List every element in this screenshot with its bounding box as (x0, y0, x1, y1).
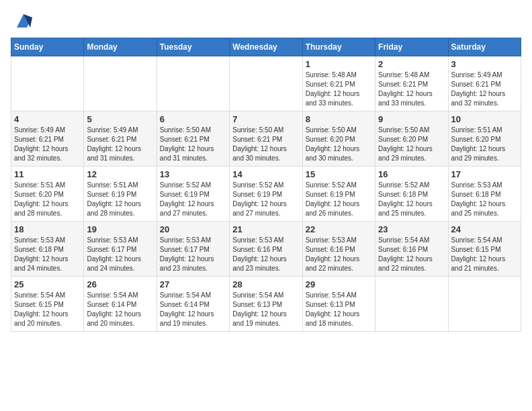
day-info: Sunrise: 5:52 AMSunset: 6:19 PMDaylight:… (232, 181, 299, 218)
day-info: Sunrise: 5:54 AMSunset: 6:13 PMDaylight:… (232, 291, 299, 328)
day-cell: 7Sunrise: 5:50 AMSunset: 6:21 PMDaylight… (230, 111, 302, 167)
header-cell-monday: Monday (84, 38, 157, 56)
week-row-1: 4Sunrise: 5:49 AMSunset: 6:21 PMDaylight… (11, 111, 521, 167)
day-info: Sunrise: 5:50 AMSunset: 6:21 PMDaylight:… (232, 126, 299, 163)
day-number: 24 (451, 224, 518, 234)
day-number: 10 (451, 114, 518, 124)
day-number: 3 (451, 59, 518, 69)
day-number: 15 (306, 169, 372, 179)
day-cell: 27Sunrise: 5:54 AMSunset: 6:14 PMDayligh… (157, 277, 229, 332)
day-number: 6 (160, 114, 226, 124)
day-cell: 10Sunrise: 5:51 AMSunset: 6:20 PMDayligh… (448, 111, 521, 167)
day-number: 4 (14, 114, 81, 124)
day-info: Sunrise: 5:50 AMSunset: 6:20 PMDaylight:… (378, 126, 445, 163)
day-number: 7 (232, 114, 299, 124)
day-info: Sunrise: 5:50 AMSunset: 6:21 PMDaylight:… (160, 126, 226, 163)
day-number: 17 (451, 169, 518, 179)
day-info: Sunrise: 5:52 AMSunset: 6:19 PMDaylight:… (306, 181, 372, 218)
day-info: Sunrise: 5:52 AMSunset: 6:18 PMDaylight:… (378, 181, 445, 218)
week-row-3: 18Sunrise: 5:53 AMSunset: 6:18 PMDayligh… (11, 222, 521, 277)
day-info: Sunrise: 5:53 AMSunset: 6:18 PMDaylight:… (14, 236, 81, 273)
header-cell-thursday: Thursday (302, 38, 375, 56)
day-info: Sunrise: 5:48 AMSunset: 6:21 PMDaylight:… (378, 71, 445, 108)
day-cell: 2Sunrise: 5:48 AMSunset: 6:21 PMDaylight… (375, 56, 448, 111)
day-number: 19 (87, 224, 153, 234)
day-cell: 19Sunrise: 5:53 AMSunset: 6:17 PMDayligh… (84, 222, 157, 277)
day-info: Sunrise: 5:51 AMSunset: 6:19 PMDaylight:… (87, 181, 153, 218)
day-cell: 3Sunrise: 5:49 AMSunset: 6:21 PMDaylight… (448, 56, 521, 111)
day-info: Sunrise: 5:53 AMSunset: 6:17 PMDaylight:… (87, 236, 153, 273)
day-info: Sunrise: 5:54 AMSunset: 6:14 PMDaylight:… (87, 291, 153, 328)
day-number: 18 (14, 224, 81, 234)
day-number: 20 (160, 224, 226, 234)
header-row: SundayMondayTuesdayWednesdayThursdayFrid… (11, 38, 521, 56)
day-number: 11 (14, 169, 81, 179)
day-info: Sunrise: 5:52 AMSunset: 6:19 PMDaylight:… (160, 181, 226, 218)
week-row-4: 25Sunrise: 5:54 AMSunset: 6:15 PMDayligh… (11, 277, 521, 332)
header-cell-tuesday: Tuesday (157, 38, 229, 56)
day-number: 29 (306, 279, 372, 289)
day-cell: 14Sunrise: 5:52 AMSunset: 6:19 PMDayligh… (230, 167, 302, 222)
day-number: 9 (378, 114, 445, 124)
day-cell: 20Sunrise: 5:53 AMSunset: 6:17 PMDayligh… (157, 222, 229, 277)
day-number: 27 (160, 279, 226, 289)
day-cell (11, 56, 84, 111)
week-row-2: 11Sunrise: 5:51 AMSunset: 6:20 PMDayligh… (11, 167, 521, 222)
day-cell: 6Sunrise: 5:50 AMSunset: 6:21 PMDaylight… (157, 111, 229, 167)
week-row-0: 1Sunrise: 5:48 AMSunset: 6:21 PMDaylight… (11, 56, 521, 111)
day-cell (230, 56, 302, 111)
day-info: Sunrise: 5:49 AMSunset: 6:21 PMDaylight:… (451, 71, 518, 108)
day-cell: 8Sunrise: 5:50 AMSunset: 6:20 PMDaylight… (302, 111, 375, 167)
day-info: Sunrise: 5:53 AMSunset: 6:16 PMDaylight:… (306, 236, 372, 273)
header-cell-friday: Friday (375, 38, 448, 56)
day-cell: 21Sunrise: 5:53 AMSunset: 6:16 PMDayligh… (230, 222, 302, 277)
day-cell: 11Sunrise: 5:51 AMSunset: 6:20 PMDayligh… (11, 167, 84, 222)
day-cell: 1Sunrise: 5:48 AMSunset: 6:21 PMDaylight… (302, 56, 375, 111)
day-number: 23 (378, 224, 445, 234)
day-cell: 22Sunrise: 5:53 AMSunset: 6:16 PMDayligh… (302, 222, 375, 277)
day-info: Sunrise: 5:54 AMSunset: 6:13 PMDaylight:… (306, 291, 372, 328)
day-number: 1 (306, 59, 372, 69)
day-cell: 23Sunrise: 5:54 AMSunset: 6:16 PMDayligh… (375, 222, 448, 277)
header-cell-wednesday: Wednesday (230, 38, 302, 56)
day-cell (157, 56, 229, 111)
day-cell: 13Sunrise: 5:52 AMSunset: 6:19 PMDayligh… (157, 167, 229, 222)
day-cell (375, 277, 448, 332)
day-cell (84, 56, 157, 111)
logo-icon (13, 11, 34, 31)
day-info: Sunrise: 5:49 AMSunset: 6:21 PMDaylight:… (14, 126, 81, 163)
day-number: 26 (87, 279, 153, 289)
day-number: 16 (378, 169, 445, 179)
day-number: 8 (306, 114, 372, 124)
day-number: 22 (306, 224, 372, 234)
day-info: Sunrise: 5:50 AMSunset: 6:20 PMDaylight:… (306, 126, 372, 163)
day-info: Sunrise: 5:54 AMSunset: 6:16 PMDaylight:… (378, 236, 445, 273)
logo (11, 11, 34, 31)
day-info: Sunrise: 5:48 AMSunset: 6:21 PMDaylight:… (306, 71, 372, 108)
day-cell: 28Sunrise: 5:54 AMSunset: 6:13 PMDayligh… (230, 277, 302, 332)
day-info: Sunrise: 5:49 AMSunset: 6:21 PMDaylight:… (87, 126, 153, 163)
day-number: 25 (14, 279, 81, 289)
day-cell: 24Sunrise: 5:54 AMSunset: 6:15 PMDayligh… (448, 222, 521, 277)
day-number: 13 (160, 169, 226, 179)
header (11, 11, 521, 31)
day-cell: 26Sunrise: 5:54 AMSunset: 6:14 PMDayligh… (84, 277, 157, 332)
day-number: 21 (232, 224, 299, 234)
day-cell: 17Sunrise: 5:53 AMSunset: 6:18 PMDayligh… (448, 167, 521, 222)
day-number: 12 (87, 169, 153, 179)
day-cell: 16Sunrise: 5:52 AMSunset: 6:18 PMDayligh… (375, 167, 448, 222)
day-number: 28 (232, 279, 299, 289)
day-number: 2 (378, 59, 445, 69)
day-info: Sunrise: 5:54 AMSunset: 6:14 PMDaylight:… (160, 291, 226, 328)
day-info: Sunrise: 5:54 AMSunset: 6:15 PMDaylight:… (451, 236, 518, 273)
header-cell-sunday: Sunday (11, 38, 84, 56)
day-cell: 25Sunrise: 5:54 AMSunset: 6:15 PMDayligh… (11, 277, 84, 332)
day-number: 14 (232, 169, 299, 179)
day-info: Sunrise: 5:53 AMSunset: 6:16 PMDaylight:… (232, 236, 299, 273)
calendar-table: SundayMondayTuesdayWednesdayThursdayFrid… (11, 38, 521, 332)
day-info: Sunrise: 5:54 AMSunset: 6:15 PMDaylight:… (14, 291, 81, 328)
day-info: Sunrise: 5:53 AMSunset: 6:18 PMDaylight:… (451, 181, 518, 218)
day-cell: 12Sunrise: 5:51 AMSunset: 6:19 PMDayligh… (84, 167, 157, 222)
day-cell (448, 277, 521, 332)
day-cell: 4Sunrise: 5:49 AMSunset: 6:21 PMDaylight… (11, 111, 84, 167)
